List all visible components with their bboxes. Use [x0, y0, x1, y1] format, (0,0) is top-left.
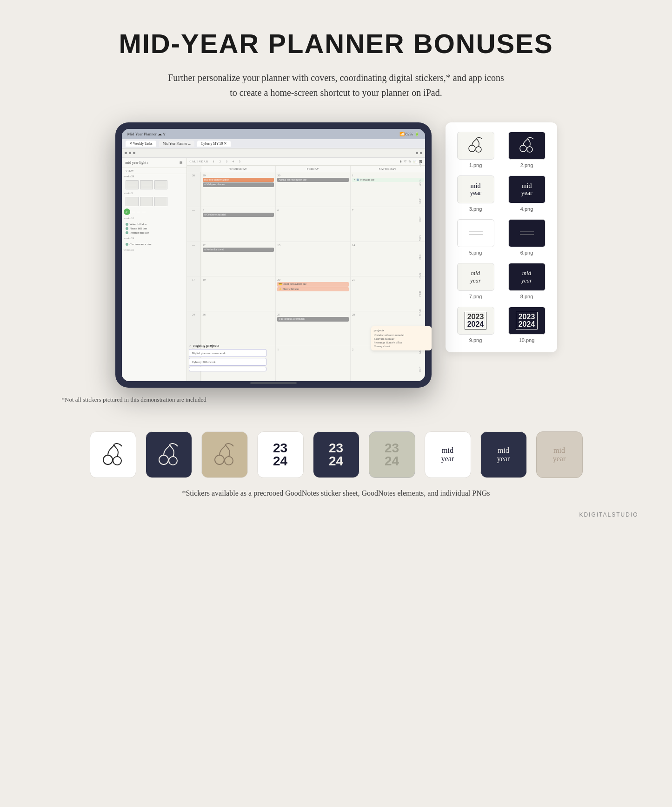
icon-box-5: [457, 219, 494, 247]
minimal-lines-svg-6: [518, 229, 536, 238]
bottom-icon-year-white: 2324: [257, 431, 304, 478]
cal-day-fri-4: 20 💳 Credit car payment due ⚡ Electric b…: [275, 276, 350, 311]
cal-heart-icon: ♡: [404, 160, 406, 164]
month-jun: JUN: [419, 366, 421, 372]
bottom-icons-section: 2324 2324 2324 midyear midyear midyear: [90, 431, 583, 498]
content-area: Mid Year Planner ☁ ∨ 📶 82% 🔋 ✕ Weekly Ta…: [62, 122, 611, 388]
cal-day-sat-2: 7: [350, 207, 425, 242]
icon-item-7: midyear 7.png: [454, 263, 498, 299]
sidebar-grid-icon: ⊞: [180, 161, 183, 165]
icon-filename-7: 7.png: [469, 294, 482, 299]
tablet-mockup: Mid Year Planner ☁ ∨ 📶 82% 🔋 ✕ Weekly Ta…: [115, 122, 432, 388]
sidebar-tags-2: Car insurance due: [122, 241, 186, 248]
bottom-footnote: *Stickers available as a precrooed GoodN…: [182, 489, 490, 498]
svg-point-13: [225, 457, 233, 465]
thumb-box: [154, 197, 167, 206]
year-text-white: 2324: [273, 442, 287, 468]
midyear-text-dark: midyear: [497, 446, 510, 463]
thumb-box: [140, 180, 153, 189]
tablet-title: Mid Year Planner ☁ ∨: [127, 132, 166, 136]
toolbar-dot-4: [416, 152, 418, 154]
mid-year-serif-7: midyear: [470, 269, 481, 284]
cal-num-4: 4: [231, 159, 235, 164]
week-num: 24: [187, 311, 201, 346]
ongoing-item-2: Cyberry 2024 work: [189, 358, 266, 366]
cherry-icon-svg-white: [100, 442, 126, 468]
tag-phone-bill: Phone bill due: [126, 227, 183, 230]
bottom-icon-year-dark: 2324: [313, 431, 359, 478]
year-number-9: 20232024: [465, 312, 487, 330]
sidebar-label: mid year light ›: [126, 161, 149, 165]
icon-grid-panel: 1.png 2.png midyear: [446, 122, 557, 352]
cal-event: Mid-year planner launch: [203, 178, 274, 182]
svg-point-8: [103, 455, 113, 464]
icon-filename-2: 2.png: [520, 162, 533, 168]
icon-filename-5: 5.png: [469, 250, 482, 256]
icon-box-2: [508, 132, 546, 160]
icon-box-6: [508, 219, 546, 247]
month-aug: AUG: [419, 179, 421, 186]
month-jan: JAN: [419, 273, 421, 279]
month-feb: FEB: [419, 291, 421, 297]
icon-item-8: midyear 8.png: [505, 263, 549, 299]
toolbar-dot-5: [420, 152, 422, 154]
mid-year-serif-8: midyear: [521, 269, 532, 284]
calendar-days-header: THURSDAY FRIDAY SATURDAY: [187, 166, 425, 172]
page-title: MID-YEAR PLANNER BONUSES: [119, 28, 553, 59]
bottom-icon-cherry-tan: [201, 431, 248, 478]
tablet-urlbar: ✕ Weekly Tasks Mid Year Planner ... Cybe…: [122, 139, 425, 148]
cal-day-fri-1: 30 Annual car registration due: [275, 172, 350, 207]
cal-week-row-1: 26 29 Mid-year planner launch ⊙ Mid-year…: [187, 172, 425, 207]
sidebar-view-item: VIEW: [122, 168, 186, 174]
cal-event: ✓ 🏦 Mortgage due: [352, 178, 424, 182]
bottom-icons-row: 2324 2324 2324 midyear midyear midyear: [90, 431, 583, 478]
svg-point-3: [527, 147, 532, 152]
icon-box-3: midyear: [457, 175, 494, 203]
icon-item-2: 2.png: [505, 132, 549, 168]
project-item: Backyard pathway: [374, 337, 425, 341]
cal-day-fri-3: 13: [275, 242, 350, 276]
svg-point-1: [476, 147, 481, 152]
mid-year-text-4: midyear: [521, 182, 532, 197]
icon-filename-9: 9.png: [469, 337, 482, 343]
month-dec: DEC: [419, 254, 421, 261]
month-sep: SEP: [419, 198, 421, 204]
tab-midyear[interactable]: Mid Year Planner ...: [159, 141, 194, 147]
tablet-content: mid year light › ⊞ VIEW weeks 26 weeks 3: [122, 158, 425, 381]
svg-point-12: [215, 455, 224, 464]
svg-point-2: [520, 145, 526, 152]
toolbar-dot-1: [125, 152, 127, 154]
cherry-icon-svg-tan: [212, 442, 237, 468]
tablet-topbar: Mid Year Planner ☁ ∨ 📶 82% 🔋: [122, 129, 425, 139]
ongoing-projects-overlay: ✓ ongoing projects Digital planner cours…: [187, 342, 268, 374]
tab-weekly[interactable]: ✕ Weekly Tasks: [126, 141, 156, 147]
cal-day-sat-4: 21: [350, 276, 425, 311]
cal-event: ⊙ Is the iPad a computer?: [277, 317, 349, 322]
week-num: —: [187, 207, 201, 242]
year-number-10: 20232024: [516, 312, 538, 330]
week-num: 26: [187, 172, 201, 207]
ongoing-title: ongoing projects: [193, 343, 220, 348]
tag-color-dot: [126, 231, 128, 234]
cal-star-icon: ☆: [408, 160, 411, 164]
cal-day-thu-2: 5 ⊙ Goodnotes tutorial: [201, 207, 276, 242]
tab-cyberry[interactable]: Cyberry MY 59 ✕: [197, 141, 231, 147]
icon-item-9: 20232024 9.png: [454, 307, 498, 343]
bottom-icon-cherry-dark: [146, 431, 192, 478]
day-saturday: SATURDAY: [350, 166, 425, 172]
icon-filename-10: 10.png: [519, 337, 535, 343]
tablet-sidebar: mid year light › ⊞ VIEW weeks 26 weeks 3: [122, 158, 187, 381]
icon-box-7: midyear: [457, 263, 494, 291]
cal-nav-text: CALENDAR: [190, 160, 209, 163]
day-friday: FRIDAY: [275, 166, 350, 172]
ongoing-item-empty: [189, 367, 266, 371]
page-wrapper: MID-YEAR PLANNER BONUSES Further persona…: [0, 0, 672, 537]
year-text-dark: 2324: [329, 442, 343, 468]
projects-panel: projects Upstairs bathroom remodel Backy…: [371, 326, 425, 350]
midyear-text-beige: midyear: [553, 446, 566, 463]
svg-point-9: [113, 457, 121, 465]
icon-box-8: midyear: [508, 263, 546, 291]
cal-week-row-3: — 12 ⊙ Notion for travel 13: [187, 242, 425, 277]
icon-filename-1: 1.png: [469, 162, 482, 168]
cal-event: ⊙ Notion for travel: [203, 248, 274, 252]
